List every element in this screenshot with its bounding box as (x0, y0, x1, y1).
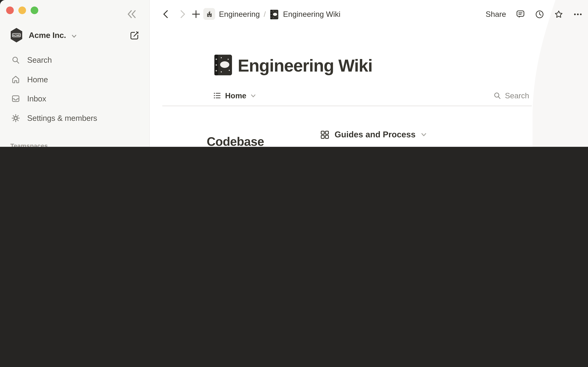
search-icon (11, 56, 20, 65)
favorite-star-icon[interactable] (554, 10, 564, 19)
workspace-name: Acme Inc. (29, 27, 66, 44)
workspace-switcher[interactable]: ACME Acme Inc. (0, 27, 149, 44)
teamspaces-section-label: Teamspaces (10, 142, 48, 147)
close-window-button[interactable] (6, 7, 14, 14)
page-search[interactable]: Search (493, 87, 529, 104)
window-controls (6, 7, 38, 14)
new-page-icon[interactable] (130, 30, 140, 41)
chevron-down-icon (421, 132, 427, 138)
collapse-sidebar-icon[interactable] (126, 9, 137, 20)
gear-icon (11, 114, 20, 123)
toolbar-actions: Share (486, 0, 583, 29)
forward-icon[interactable] (177, 9, 187, 19)
new-tab-plus-icon[interactable] (191, 9, 201, 19)
breadcrumb-page[interactable]: Engineering Wiki (283, 10, 340, 19)
gallery-grid-icon (320, 130, 330, 140)
sidebar: ACME Acme Inc. Search Home (0, 0, 150, 147)
svg-text:ACME: ACME (13, 34, 20, 37)
history-clock-icon[interactable] (535, 10, 545, 19)
minimize-window-button[interactable] (18, 7, 26, 14)
zoom-window-button[interactable] (31, 7, 38, 14)
breadcrumb-teamspace[interactable]: Engineering (219, 10, 260, 19)
teamspace-castle-icon[interactable] (203, 8, 215, 20)
sidebar-item-home[interactable]: Home (0, 71, 149, 88)
chevron-down-icon (250, 93, 256, 99)
toolbar: Engineering / Engineering Wiki Share (150, 0, 588, 29)
notebook-icon (270, 9, 279, 20)
gallery-view-header[interactable]: Guides and Process (320, 126, 427, 143)
breadcrumb: Engineering / Engineering Wiki (219, 0, 340, 29)
back-icon[interactable] (161, 9, 171, 19)
breadcrumb-separator: / (264, 10, 266, 19)
sidebar-item-settings[interactable]: Settings & members (0, 109, 149, 127)
chevron-down-icon (71, 33, 77, 39)
view-tab-home[interactable]: Home (213, 87, 256, 104)
page-notebook-icon[interactable] (213, 53, 233, 76)
header-divider (162, 106, 532, 106)
app-window: ACME Acme Inc. Search Home (0, 0, 588, 147)
inbox-icon (11, 94, 20, 103)
home-icon (11, 75, 20, 84)
sidebar-item-search[interactable]: Search (0, 51, 149, 69)
sidebar-item-inbox[interactable]: Inbox (0, 90, 149, 108)
more-actions-icon[interactable] (573, 10, 583, 19)
page-title[interactable]: Engineering Wiki (238, 56, 372, 76)
main-content: Engineering / Engineering Wiki Share (150, 0, 588, 147)
comments-icon[interactable] (516, 10, 525, 19)
column-heading[interactable]: Codebase (207, 134, 264, 147)
notion-app: ACME Acme Inc. Search Home (0, 0, 588, 147)
workspace-logo: ACME (10, 27, 23, 43)
share-button[interactable]: Share (486, 10, 506, 19)
list-view-icon (213, 92, 221, 100)
search-icon (493, 92, 502, 100)
